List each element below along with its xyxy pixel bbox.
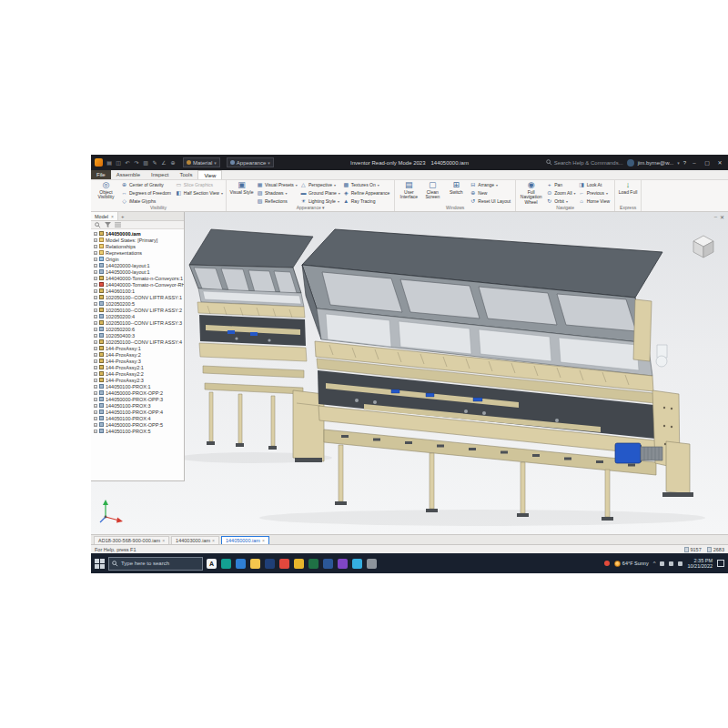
tree-item[interactable]: + 144050100-PROX:1 [91, 383, 184, 389]
ribbon-button[interactable]: ↻ Orbit ▾ [546, 197, 575, 205]
expander-icon[interactable]: + [94, 245, 97, 248]
tree-item[interactable]: + 144-ProxAssy:1 [91, 345, 184, 351]
tree-item[interactable]: + 144-ProxAssy2:1 [91, 364, 184, 370]
volume-icon[interactable] [669, 561, 673, 566]
tree-item[interactable]: + Representations [91, 249, 184, 256]
qat-icon[interactable]: ∠ [160, 158, 167, 167]
ribbon-tab[interactable]: Tools [174, 170, 197, 179]
appearance-dropdown[interactable]: Appearance ▾ [227, 157, 274, 167]
tree-item[interactable]: + 144040000-Tomato-n-Conveyor-RH:1 [91, 281, 184, 288]
filter-icon[interactable] [105, 222, 111, 228]
document-tab[interactable]: 144050000.iam × [221, 536, 269, 544]
tree-item[interactable]: + 144-ProxAssy2:3 [91, 377, 184, 383]
notification-dot-icon[interactable] [604, 561, 610, 566]
taskbar-app-icon[interactable] [338, 559, 348, 569]
qat-icon[interactable]: ↶ [124, 158, 131, 167]
expander-icon[interactable]: + [94, 340, 97, 344]
taskbar-app-icon[interactable] [221, 559, 231, 569]
doc-close-icon[interactable]: ✕ [720, 214, 724, 220]
ribbon-tab[interactable]: File [91, 170, 111, 179]
ribbon-button[interactable]: + Pan [546, 181, 575, 188]
help-icon[interactable]: ? [683, 160, 686, 166]
3d-model-canvas[interactable] [91, 212, 728, 534]
tree-item[interactable]: + 102050100--CONV LIFTR ASSY:2 [91, 307, 184, 313]
expander-icon[interactable]: + [94, 404, 97, 408]
tree-item[interactable]: + 144-ProxAssy:3 [91, 358, 184, 364]
taskbar-app-icon[interactable] [323, 559, 333, 569]
taskbar-app-icon[interactable] [279, 559, 289, 569]
qat-icon[interactable]: ⊕ [169, 158, 177, 167]
tree-item[interactable]: + Model States: [Primary] [91, 237, 184, 243]
taskbar-search[interactable]: Type here to search [108, 557, 203, 571]
expander-icon[interactable]: + [94, 398, 97, 401]
signed-in-user[interactable]: jim.byrne@w... [638, 160, 673, 166]
ribbon-button[interactable]: ▨ Shadows ▾ [257, 189, 298, 197]
material-dropdown[interactable]: Material ▾ [183, 157, 220, 167]
browser-settings-icon[interactable] [115, 222, 121, 228]
taskbar-app-icon[interactable] [367, 559, 377, 569]
ribbon-tab[interactable]: View [197, 170, 222, 179]
tree-item[interactable]: + 102050200:4 [91, 313, 184, 319]
qat-icon[interactable]: ◫ [115, 158, 122, 167]
ribbon-big-button[interactable]: ▢ Clean Screen [421, 181, 443, 200]
tree-item[interactable]: + 144050000-PROX-OPP:3 [91, 396, 184, 402]
tree-item[interactable]: + 144050100-PROX-OPP:4 [91, 409, 184, 415]
object-visibility-button[interactable]: ◎ Object Visibility [94, 181, 118, 200]
search-icon[interactable] [95, 222, 101, 228]
ribbon-button[interactable]: ▲ Ray Tracing [343, 197, 392, 205]
tree-item[interactable]: + 144-ProxAssy:2 [91, 351, 184, 358]
expander-icon[interactable]: + [94, 258, 97, 261]
tree-item[interactable]: + 102050400:3 [91, 332, 184, 339]
tree-item[interactable]: + Relationships [91, 243, 184, 249]
tree-item[interactable]: + 102050100--CONV LIFTR ASSY:3 [91, 319, 184, 326]
tree-item[interactable]: + 102050200:6 [91, 326, 184, 332]
ribbon-big-button[interactable]: ⊞ Switch [445, 181, 467, 200]
tree-item[interactable]: + 144020000-layout:1 [91, 262, 184, 268]
ribbon-button[interactable]: ← Previous ▾ [579, 189, 612, 197]
expander-icon[interactable]: + [94, 359, 97, 363]
expander-icon[interactable]: + [94, 296, 97, 299]
expander-icon[interactable]: + [94, 283, 97, 287]
expander-icon[interactable]: + [94, 289, 97, 293]
expander-icon[interactable]: + [94, 347, 97, 350]
view-cube[interactable] [690, 232, 717, 260]
tray-expand-icon[interactable]: ^ [653, 561, 656, 566]
ribbon-button[interactable]: ◈ Refine Appearance [343, 189, 392, 197]
tree-item[interactable]: + 144050000-PROX-OPP:5 [91, 421, 184, 428]
expander-icon[interactable]: + [94, 379, 97, 382]
taskbar-app-icon[interactable] [236, 559, 246, 569]
onedrive-icon[interactable] [678, 561, 682, 566]
expander-icon[interactable]: + [94, 353, 97, 357]
taskbar-app-icon[interactable] [352, 559, 362, 569]
expander-icon[interactable]: + [94, 251, 97, 255]
tree-item[interactable]: + Origin [91, 256, 184, 262]
tree-item[interactable]: + 144050100-PROX:3 [91, 402, 184, 409]
ribbon-button[interactable]: ◧ Half Section View ▾ [176, 189, 223, 197]
tree-item[interactable]: + 102050100--CONV LIFTR ASSY:1 [91, 294, 184, 300]
expander-icon[interactable]: + [94, 334, 97, 338]
tree-item[interactable]: + 102050200:5 [91, 300, 184, 307]
machine-right[interactable] [302, 229, 693, 521]
ribbon-button[interactable]: ↔ Degrees of Freedom [121, 189, 173, 197]
taskbar-app-icon[interactable] [294, 559, 304, 569]
add-browser-tab-button[interactable]: + [118, 212, 127, 220]
taskbar-app-icon[interactable] [308, 559, 318, 569]
taskbar-clock[interactable]: 2:35 PM 10/21/2022 [687, 558, 713, 570]
inventor-logo-icon[interactable] [95, 158, 103, 167]
ribbon-button[interactable]: ◨ Look At [579, 181, 612, 188]
visual-style-button[interactable]: ▣ Visual Style [229, 181, 254, 195]
ribbon-button[interactable]: ▬ Ground Plane ▾ [300, 189, 340, 197]
ribbon-tab[interactable]: Inspect [146, 170, 174, 179]
expander-icon[interactable]: + [94, 385, 97, 389]
close-tab-icon[interactable]: × [162, 538, 165, 543]
tree-item[interactable]: + 144050100-PROX:4 [91, 415, 184, 421]
ribbon-button[interactable]: ⊟ Arrange ▾ [470, 181, 512, 188]
ribbon-button[interactable]: ▧ Reflections [257, 197, 298, 205]
ribbon-tab[interactable]: Assemble [111, 170, 146, 179]
expander-icon[interactable]: + [94, 321, 97, 325]
expander-icon[interactable]: + [94, 232, 97, 236]
expander-icon[interactable]: + [94, 417, 97, 420]
maximize-button[interactable]: ▢ [703, 159, 712, 166]
ribbon-button[interactable]: ▭ Slice Graphics [176, 181, 223, 188]
chevron-down-icon[interactable]: ▾ [214, 160, 217, 166]
